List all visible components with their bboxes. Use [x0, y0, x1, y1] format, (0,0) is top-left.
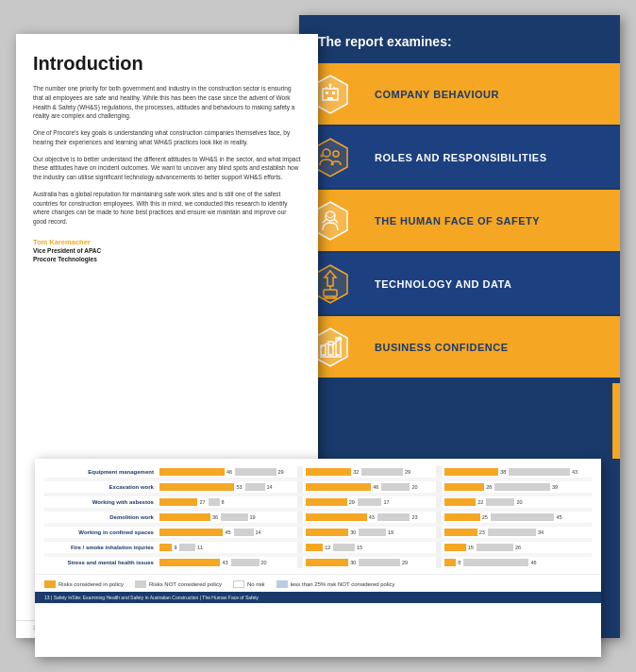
legend-white-box — [233, 580, 244, 588]
table-row: Working with asbestos 27 8 29 17 22 — [44, 496, 592, 508]
roles-label: ROLES AND RESPONSIBILITIES — [360, 152, 620, 163]
business-label: BUSINESS CONFIDENCE — [360, 342, 620, 353]
row-label: Fire / smoke inhalation injuries — [44, 542, 157, 553]
bar-orange — [159, 468, 225, 476]
bar-orange-3 — [444, 559, 456, 566]
table-row: Working in confined spaces 45 14 30 19 2… — [44, 527, 592, 538]
bar-orange-2 — [306, 498, 347, 506]
bar-orange — [159, 544, 173, 551]
bar-cell-2: 12 15 — [303, 542, 436, 553]
svg-rect-3 — [332, 92, 335, 94]
row-label: Equipment management — [44, 466, 157, 478]
row-label: Stress and mental health issues — [44, 557, 157, 568]
bar-cell-3: 8 46 — [442, 557, 592, 568]
intro-para-1: The number one priority for both governm… — [33, 84, 301, 121]
legend-row: Risks considered in policy Risks NOT con… — [35, 574, 601, 592]
bar-gray-2 — [333, 544, 355, 551]
bar-orange-3 — [444, 498, 476, 506]
bar-gray-3 — [509, 468, 570, 476]
report-header: The report examines: — [299, 15, 620, 63]
bar-gray — [245, 483, 265, 491]
bar-gray-2 — [377, 513, 410, 521]
bar-cell-2: 43 23 — [303, 512, 436, 523]
human-label: THE HUMAN FACE OF SAFETY — [360, 215, 620, 227]
bar-cell-3: 15 26 — [442, 542, 592, 553]
table-row: Excavation work 53 14 46 20 28 — [44, 481, 592, 493]
bar-cell-1: 36 19 — [157, 512, 297, 523]
bottom-footer: 13 | Safety InSite: Examining Health and… — [35, 592, 601, 603]
table-row: Demolition work 36 19 43 23 25 — [44, 512, 592, 523]
bar-orange-2 — [306, 468, 351, 476]
bar-cell-3: 38 43 — [442, 466, 592, 478]
intro-title: Introduction — [33, 53, 301, 75]
bar-gray-3 — [488, 529, 536, 536]
bar-cell-3: 25 45 — [442, 512, 592, 523]
bar-cell-1: 45 14 — [157, 527, 297, 538]
bar-gray-2 — [358, 498, 382, 506]
legend-not-considered: Risks NOT considered policy — [135, 580, 222, 588]
bar-cell-1: 53 14 — [157, 481, 297, 493]
legend-considered: Risks considered in policy — [44, 580, 124, 588]
intro-para-4: Australia has a global reputation for ma… — [33, 190, 301, 227]
bar-orange-2 — [306, 483, 371, 491]
bar-gray — [209, 498, 220, 506]
bar-orange-2 — [306, 529, 348, 536]
bar-cell-2: 29 17 — [303, 496, 436, 508]
legend-no-risk: No risk — [233, 580, 265, 588]
bar-cell-1: 46 29 — [157, 466, 297, 478]
svg-rect-2 — [326, 92, 328, 94]
bar-cell-3: 28 39 — [442, 481, 592, 493]
bar-orange-3 — [444, 544, 466, 551]
row-label: Demolition work — [44, 512, 157, 523]
legend-blue-box — [276, 580, 288, 588]
bar-orange — [159, 513, 210, 521]
report-item-business: BUSINESS CONFIDENCE — [299, 316, 620, 378]
bar-cell-2: 30 29 — [303, 557, 436, 568]
bar-gray-2 — [381, 483, 410, 491]
author-title1: Vice President of APAC — [33, 246, 301, 255]
bar-orange-2 — [306, 513, 367, 521]
author-title2: Procore Technologies — [33, 255, 301, 263]
company-label: COMPANY BEHAVIOUR — [360, 89, 620, 100]
data-table: Equipment management 46 29 32 29 38 — [44, 466, 592, 568]
accent-bar — [612, 383, 620, 459]
intro-para-2: One of Procore's key goals is understand… — [33, 128, 301, 147]
bar-cell-3: 23 34 — [442, 527, 592, 538]
bar-orange-3 — [444, 513, 480, 521]
bar-gray-2 — [359, 559, 400, 566]
bar-orange — [159, 483, 235, 491]
bar-gray — [235, 468, 276, 476]
bar-gray — [179, 544, 195, 551]
svg-rect-4 — [327, 97, 333, 100]
legend-less-25: less than 25% risk NOT considered policy — [276, 580, 395, 588]
report-item-tech: TECHNOLOGY AND DATA — [299, 253, 620, 314]
bar-cell-1: 9 11 — [157, 542, 297, 553]
bar-cell-2: 46 20 — [303, 481, 436, 493]
intro-para-3: Our objective is to better understand th… — [33, 155, 301, 182]
bar-orange — [159, 559, 221, 566]
row-label: Working in confined spaces — [44, 527, 157, 538]
bar-gray — [234, 529, 254, 536]
bar-orange-3 — [444, 529, 477, 536]
bar-orange — [159, 529, 224, 536]
row-label: Excavation work — [44, 481, 157, 493]
row-label: Working with asbestos — [44, 496, 157, 508]
table-row: Fire / smoke inhalation injuries 9 11 12… — [44, 542, 592, 553]
bar-orange — [159, 498, 198, 506]
report-item-company: COMPANY BEHAVIOUR — [299, 63, 620, 125]
author-name: Tom Karemacher — [33, 238, 301, 246]
table-row: Equipment management 46 29 32 29 38 — [44, 466, 592, 478]
legend-orange-box — [44, 580, 56, 588]
bar-gray — [231, 559, 259, 566]
bar-gray-2 — [361, 468, 403, 476]
tech-label: TECHNOLOGY AND DATA — [360, 278, 620, 290]
bar-cell-1: 43 20 — [157, 557, 297, 568]
report-item-human: THE HUMAN FACE OF SAFETY — [299, 190, 620, 251]
bar-gray-3 — [477, 544, 513, 551]
report-examines-title: The report examines: — [318, 34, 601, 49]
bar-gray-2 — [359, 529, 386, 536]
bar-cell-3: 22 20 — [442, 496, 592, 508]
bar-gray-3 — [486, 498, 514, 506]
bar-orange-3 — [444, 468, 498, 476]
table-row: Stress and mental health issues 43 20 30… — [44, 557, 592, 568]
